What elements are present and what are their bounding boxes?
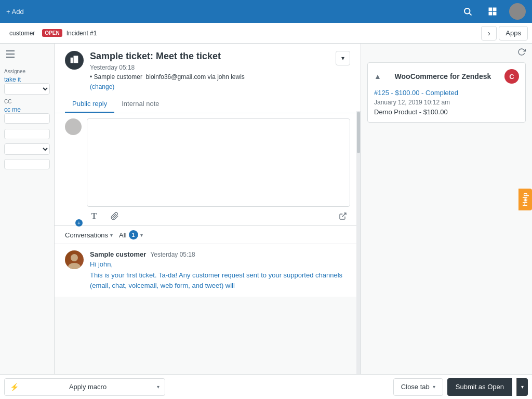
svg-rect-6 (6, 50, 15, 51)
tab-public-reply[interactable]: Public reply (65, 96, 114, 113)
message-content: Sample customer Yesterday 05:18 Hi john,… (90, 250, 350, 290)
tab-internal-note[interactable]: Internal note (114, 96, 166, 113)
tab-nav-forward[interactable]: › (481, 26, 497, 41)
woo-order-date: January 12, 2019 10:12 am (374, 99, 519, 106)
svg-rect-7 (6, 54, 15, 55)
field2-select[interactable] (4, 143, 50, 155)
svg-rect-3 (493, 8, 497, 11)
refresh-area (361, 44, 532, 62)
svg-point-11 (68, 263, 81, 269)
woo-avatar: C (504, 69, 519, 84)
refresh-icon[interactable] (517, 48, 526, 58)
message-sender-name: Sample customer (90, 250, 146, 258)
close-tab-chevron-icon: ▾ (433, 384, 435, 390)
woo-title: WooCommerce for Zendesk (395, 72, 491, 81)
svg-rect-4 (489, 12, 493, 16)
ticket-title: Sample ticket: Meet the ticket (90, 51, 329, 62)
woocommerce-card: ▲ WooCommerce for Zendesk C #125 - $100.… (367, 62, 526, 123)
hamburger-icon[interactable] (4, 48, 17, 60)
conversations-dropdown[interactable]: Conversations ▾ (65, 231, 113, 239)
user-avatar[interactable] (509, 3, 526, 20)
lightning-icon: ⚡ (10, 383, 19, 391)
reply-avatar-plus-icon[interactable]: + (75, 219, 83, 227)
bottom-bar: ⚡ Apply macro ▾ Close tab ▾ Submit as Op… (0, 374, 532, 399)
field3-input[interactable] (4, 159, 50, 169)
add-button[interactable]: + Add (6, 8, 24, 16)
ticket-header: Sample ticket: Meet the ticket Yesterday… (55, 44, 361, 113)
external-link-icon[interactable] (336, 209, 350, 223)
macro-chevron-icon: ▾ (157, 384, 159, 390)
attachment-icon[interactable] (108, 209, 122, 223)
open-badge: OPEN (42, 29, 62, 37)
svg-rect-2 (489, 8, 493, 11)
ticket-timestamp: Yesterday 05:18 (90, 64, 329, 71)
all-label-text: All (119, 231, 126, 239)
scrollbar[interactable] (356, 111, 361, 399)
woo-product: Demo Product - $100.00 (374, 108, 519, 116)
message-sender-avatar (65, 250, 84, 269)
reply-textarea[interactable] (87, 118, 350, 207)
reply-tabs: Public reply Internal note (65, 96, 350, 113)
close-tab-label: Close tab (401, 383, 430, 391)
field1-input[interactable] (4, 129, 50, 139)
submit-button[interactable]: Submit as Open (447, 378, 512, 396)
search-icon[interactable] (459, 3, 476, 20)
tab-incident[interactable]: Incident #1 (66, 30, 97, 37)
text-format-icon[interactable]: T (87, 209, 101, 223)
svg-line-1 (469, 13, 471, 15)
conversations-label-text: Conversations (65, 231, 108, 239)
reply-area-wrapper: + T (55, 113, 361, 225)
svg-rect-5 (493, 12, 497, 16)
assignee-select[interactable] (4, 83, 50, 95)
all-chevron-icon: ▾ (140, 232, 143, 238)
left-sidebar: Assignee take it CC cc me (0, 44, 55, 374)
all-filter-dropdown[interactable]: All 1 ▾ (119, 230, 142, 240)
woo-collapse-button[interactable]: ▲ (374, 72, 381, 81)
conversations-chevron-icon: ▾ (110, 232, 113, 238)
reply-user-avatar-wrapper: + (65, 118, 82, 225)
macro-label: Apply macro (23, 383, 153, 391)
reply-editor-container: T (87, 118, 350, 225)
grid-icon[interactable] (484, 3, 501, 20)
conversations-bar: Conversations ▾ All 1 ▾ (55, 225, 361, 244)
ticket-from: • Sample customer bioinfo36@gmail.com vi… (90, 73, 329, 81)
ticket-options-button[interactable]: ▾ (336, 51, 350, 65)
scrollbar-thumb[interactable] (357, 112, 360, 153)
apps-button[interactable]: Apps (499, 26, 528, 41)
help-button[interactable]: Help (518, 189, 532, 210)
change-link[interactable]: (change) (90, 83, 114, 90)
conversation-message: Sample customer Yesterday 05:18 Hi john,… (55, 244, 361, 297)
tab-customer[interactable]: customer (4, 28, 40, 39)
apply-macro-button[interactable]: ⚡ Apply macro ▾ (4, 378, 165, 396)
submit-dropdown-button[interactable]: ▾ (516, 378, 528, 396)
reply-toolbar: T (87, 207, 350, 225)
svg-point-10 (71, 254, 78, 261)
message-time: Yesterday 05:18 (150, 251, 195, 258)
conversation-count-badge: 1 (129, 230, 138, 240)
tab-bar: customer OPEN Incident #1 › Apps (0, 23, 532, 44)
center-panel: Sample ticket: Meet the ticket Yesterday… (55, 44, 361, 374)
svg-line-9 (342, 213, 346, 217)
reply-user-avatar (65, 118, 82, 135)
message-body: This is your first ticket. Ta-da! Any cu… (90, 270, 350, 290)
top-navigation: + Add (0, 0, 532, 23)
cc-input[interactable] (4, 113, 50, 124)
woo-order-link[interactable]: #125 - $100.00 - Completed (374, 89, 458, 97)
svg-rect-8 (6, 57, 15, 58)
ticket-brand-avatar (65, 51, 84, 70)
right-panel: ▲ WooCommerce for Zendesk C #125 - $100.… (361, 44, 532, 374)
close-tab-button[interactable]: Close tab ▾ (393, 378, 443, 396)
svg-point-0 (464, 8, 470, 14)
message-greeting: Hi john, (90, 260, 350, 268)
